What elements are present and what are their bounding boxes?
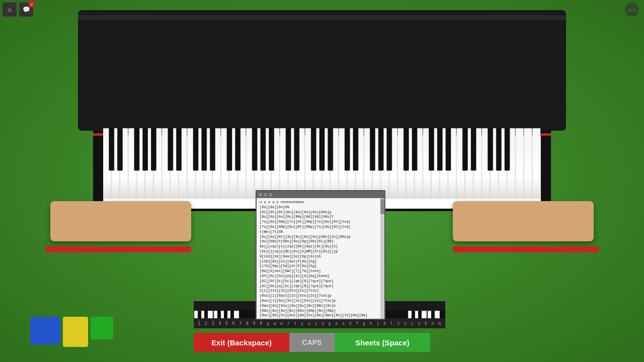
arm-rest-left [50,201,191,241]
svg-rect-67 [227,128,232,170]
svg-rect-63 [177,128,182,170]
svg-rect-73 [294,128,299,170]
svg-rect-72 [286,128,291,170]
svg-rect-75 [319,128,325,170]
svg-rect-87 [462,128,467,170]
svg-rect-60 [143,128,148,170]
svg-rect-54 [516,128,524,199]
svg-rect-82 [404,128,409,170]
svg-rect-1 [78,15,566,20]
svg-rect-58 [117,128,122,170]
svg-rect-86 [446,128,451,170]
obj-blue [30,317,60,344]
red-strip-left [45,246,191,252]
sheet-popup: u u u u u eeeeeeeeeee[6o][8o][8o]e%[6l][… [256,190,385,320]
svg-rect-89 [488,128,493,170]
svg-rect-79 [370,128,375,170]
exit-button[interactable]: Exit (Backspace) [194,333,289,352]
roblox-home-icon[interactable]: ⌂ [3,3,17,17]
obj-yellow [63,317,88,347]
svg-rect-0 [78,10,566,131]
svg-rect-80 [378,128,383,170]
chat-badge: 2 [28,1,35,8]
red-strip-right [453,246,599,252]
roblox-chat-icon[interactable]: 💬 2 [19,3,33,17]
svg-rect-64 [193,128,198,170]
svg-rect-85 [437,128,442,170]
arm-rest-right [453,201,594,241]
sheet-scrollbar-thumb[interactable] [380,199,384,214]
header-dot-1 [259,193,262,197]
svg-rect-57 [109,128,114,170]
piano-keys-display [103,128,541,199]
svg-rect-70 [261,128,266,170]
svg-rect-78 [353,128,358,170]
svg-rect-61 [151,128,156,170]
svg-rect-88 [471,128,476,170]
bottom-objects [30,317,113,347]
header-dot-3 [269,193,272,197]
svg-rect-65 [202,128,207,170]
svg-rect-62 [168,128,173,170]
svg-rect-90 [496,128,501,170]
sheet-popup-header [257,191,384,198]
top-right-menu-button[interactable]: ··· [625,3,639,17]
obj-green [91,317,113,339]
sheet-content: u u u u u eeeeeeeeeee[6o][8o][8o]e%[6l][… [257,198,384,319]
bottom-button-group: Exit (Backspace) CAPS Sheets (Space) [194,333,445,352]
svg-rect-66 [210,128,215,170]
sheets-button[interactable]: Sheets (Space) [335,333,430,352]
key-number-row: 1234567890qwertyuiopasdfghjklzxcvbnm [194,318,445,328]
svg-rect-91 [505,128,510,170]
svg-rect-56 [532,128,540,199]
header-dot-2 [264,193,267,197]
svg-rect-59 [134,128,139,170]
svg-rect-83 [412,128,417,170]
sheet-scrollbar[interactable] [380,198,384,319]
svg-rect-74 [311,128,316,170]
svg-rect-68 [235,128,240,170]
svg-rect-69 [252,128,257,170]
roblox-ui-bar: ⌂ 💬 2 [3,3,33,17]
svg-rect-84 [429,128,434,170]
svg-rect-77 [345,128,350,170]
svg-rect-71 [269,128,274,170]
svg-rect-81 [387,128,392,170]
svg-rect-55 [524,128,532,199]
caps-button[interactable]: CAPS [289,333,335,352]
svg-rect-76 [328,128,333,170]
